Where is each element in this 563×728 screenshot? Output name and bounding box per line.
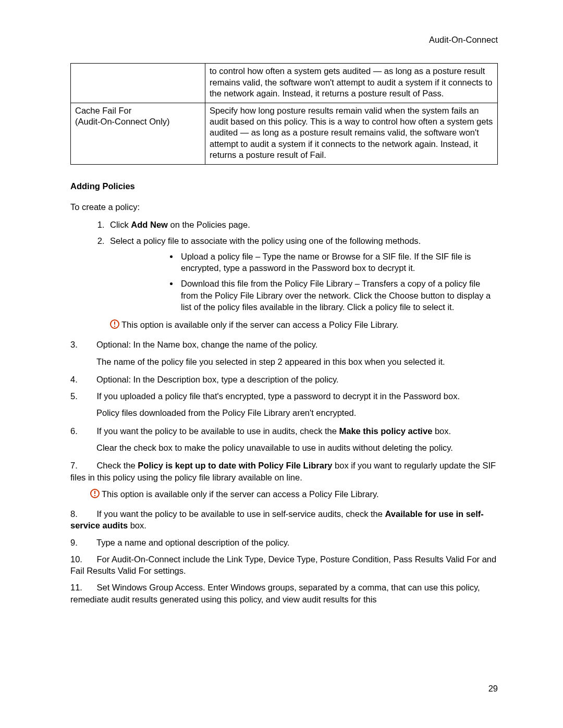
make-active-label: Make this policy active: [339, 426, 432, 436]
alert-icon: [110, 319, 119, 331]
table-cell-right: Specify how long posture results remain …: [205, 103, 497, 164]
svg-rect-5: [94, 495, 95, 496]
step-3: 3. Optional: In the Name box, change the…: [70, 339, 498, 350]
svg-rect-1: [114, 322, 115, 325]
cache-fail-for-note: (Audit-On-Connect Only): [75, 117, 170, 126]
step-10: 10. For Audit-On-Connect include the Lin…: [70, 553, 498, 577]
step-11: 11. Set Windows Group Access. Enter Wind…: [70, 582, 498, 605]
step-7: 7. Check the Policy is kept up to date w…: [70, 460, 498, 483]
table-cell-left: Cache Fail For (Audit-On-Connect Only): [71, 103, 205, 164]
table-row: Cache Fail For (Audit-On-Connect Only) S…: [71, 103, 498, 164]
step-2-option-upload: Upload a policy file – Type the name or …: [179, 251, 498, 274]
step-2: Select a policy file to associate with t…: [107, 235, 498, 313]
policy-settings-table: to control how often a system gets audit…: [70, 63, 498, 165]
alert-icon: [90, 489, 100, 501]
svg-rect-4: [94, 491, 95, 494]
note-text: This option is available only if the ser…: [121, 319, 399, 330]
note-text: This option is available only if the ser…: [102, 488, 379, 500]
header-title: Audit-On-Connect: [429, 35, 498, 44]
step-2-option-download: Download this file from the Policy File …: [179, 278, 498, 313]
step-2-options: Upload a policy file – Type the name or …: [110, 251, 498, 313]
section-heading: Adding Policies: [70, 180, 498, 192]
cache-fail-for-label: Cache Fail For: [75, 106, 131, 115]
step-1: Click Add New on the Policies page.: [107, 219, 498, 230]
step-5: 5. If you uploaded a policy file that's …: [70, 390, 498, 402]
steps-ordered-list: Click Add New on the Policies page. Sele…: [70, 219, 498, 313]
table-row: to control how often a system gets audit…: [71, 64, 498, 103]
step-9: 9. Type a name and optional description …: [70, 537, 498, 548]
step-6-note: Clear the check box to make the policy u…: [96, 442, 498, 453]
table-cell-left: [71, 64, 205, 103]
add-new-label: Add New: [131, 220, 168, 229]
intro-text: To create a policy:: [70, 201, 498, 213]
kept-up-to-date-label: Policy is kept up to date with Policy Fi…: [138, 461, 332, 470]
step-6: 6. If you want the policy to be availabl…: [70, 425, 498, 437]
step-5-note: Policy files downloaded from the Policy …: [96, 407, 498, 418]
page-header: Audit-On-Connect: [70, 34, 498, 45]
step-3-note: The name of the policy file you selected…: [96, 356, 498, 367]
note-row: This option is available only if the ser…: [90, 488, 498, 501]
note-row: This option is available only if the ser…: [110, 319, 498, 331]
page-number: 29: [488, 683, 498, 694]
step-4: 4. Optional: In the Description box, typ…: [70, 374, 498, 385]
step-8: 8. If you want the policy to be availabl…: [70, 508, 498, 532]
svg-rect-2: [114, 326, 115, 327]
table-cell-right: to control how often a system gets audit…: [205, 64, 497, 103]
